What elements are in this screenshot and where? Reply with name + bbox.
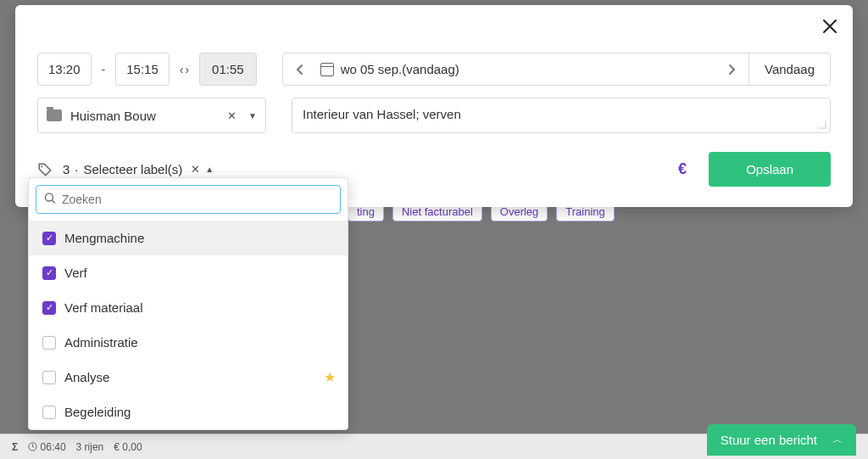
label-selector[interactable]: 3 · Selecteer label(s) ✕ ▲: [63, 162, 214, 176]
chevron-left-icon: [295, 64, 305, 76]
description-input[interactable]: Interieur van Hassel; verven: [292, 98, 831, 133]
footer-amount: € 0,00: [114, 441, 142, 453]
duration-display: 01:55: [199, 53, 257, 86]
date-next-button[interactable]: [715, 53, 748, 85]
message-button-label: Stuur een bericht: [721, 433, 817, 447]
project-clear-button[interactable]: ✕: [224, 109, 240, 122]
today-button[interactable]: Vandaag: [748, 53, 830, 85]
checkbox-unchecked-icon: [42, 336, 56, 350]
label-option-text: Analyse: [64, 370, 109, 384]
checkbox-checked-icon: [42, 232, 56, 245]
folder-icon: [47, 109, 62, 121]
project-select[interactable]: Huisman Bouw ✕ ▼: [37, 98, 266, 133]
time-next-button[interactable]: ›: [185, 63, 189, 76]
chevron-right-icon: [726, 64, 737, 76]
send-message-button[interactable]: Stuur een bericht ︿: [707, 424, 856, 456]
date-display: wo 05 sep.(vandaag): [341, 62, 459, 76]
labels-dropdown-caret[interactable]: ▲: [205, 165, 214, 174]
label-option[interactable]: Analyse ★: [29, 360, 348, 395]
close-icon: [822, 19, 837, 34]
label-option[interactable]: Begeleiding: [29, 395, 348, 429]
label-option-text: Mengmachine: [64, 231, 144, 245]
svg-point-1: [46, 193, 53, 201]
time-prev-button[interactable]: ‹: [180, 63, 184, 76]
label-option[interactable]: Verf: [29, 255, 348, 290]
sigma-icon: Σ: [12, 441, 18, 453]
date-prev-button[interactable]: [283, 53, 317, 85]
checkbox-unchecked-icon: [42, 406, 56, 419]
label-option-text: Administratie: [64, 335, 138, 350]
label-option[interactable]: Mengmachine: [29, 221, 348, 255]
checkbox-checked-icon: [42, 301, 56, 315]
star-icon: ★: [324, 369, 336, 385]
checkbox-checked-icon: [42, 266, 56, 280]
label-option[interactable]: Verf materiaal: [29, 290, 348, 325]
label-option-text: Verf materiaal: [64, 300, 143, 315]
svg-line-2: [53, 200, 56, 204]
start-time-input[interactable]: 13:20: [37, 53, 92, 86]
label-option-text: Verf: [64, 266, 87, 280]
label-prompt: Selecteer label(s): [84, 162, 183, 176]
time-separator: -: [100, 63, 108, 76]
billable-toggle[interactable]: €: [666, 160, 698, 178]
labels-clear-button[interactable]: ✕: [191, 163, 200, 176]
tag-icon: [37, 162, 53, 177]
label-dropdown: Mengmachine Verf Verf materiaal Administ…: [28, 177, 348, 430]
label-option[interactable]: Administratie: [29, 325, 348, 360]
chevron-up-icon: ︿: [832, 433, 843, 447]
clock-icon: [28, 442, 37, 451]
label-option-text: Begeleiding: [64, 405, 131, 419]
label-count: 3: [63, 162, 70, 176]
project-dropdown-caret[interactable]: ▼: [248, 111, 257, 120]
search-icon: [44, 193, 56, 207]
label-search-input[interactable]: [36, 185, 341, 214]
footer-duration: 06:40: [28, 441, 65, 453]
checkbox-unchecked-icon: [42, 371, 56, 384]
end-time-input[interactable]: 15:15: [115, 53, 170, 86]
calendar-icon: [320, 63, 334, 76]
footer-rows: 3 rijen: [76, 441, 104, 453]
close-button[interactable]: [822, 19, 837, 37]
project-name: Huisman Bouw: [70, 109, 215, 123]
date-picker[interactable]: wo 05 sep.(vandaag): [317, 53, 715, 85]
save-button[interactable]: Opslaan: [709, 152, 831, 187]
svg-point-0: [41, 165, 42, 167]
